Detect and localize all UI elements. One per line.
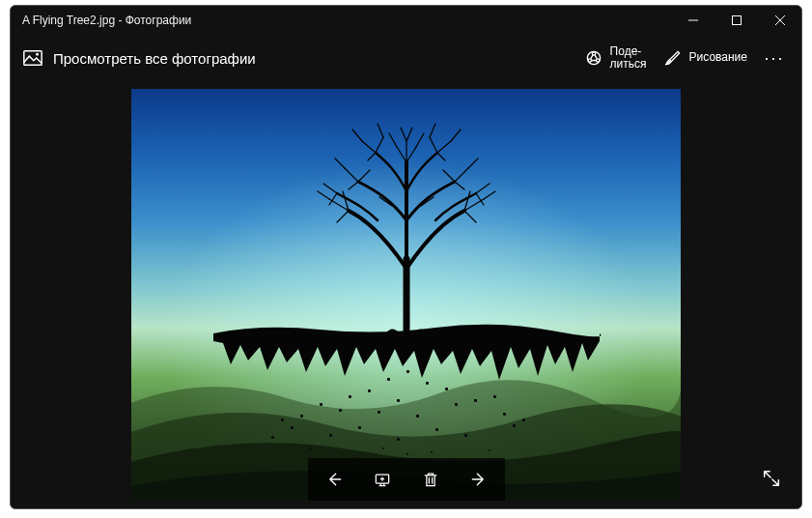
window-title: A Flying Tree2.jpg - Фотографии xyxy=(11,14,191,27)
more-icon: ··· xyxy=(764,48,784,69)
toolbar: Просмотреть все фотографии Поде- литься xyxy=(11,35,801,81)
fullscreen-icon xyxy=(761,468,782,489)
svg-point-5 xyxy=(588,59,591,62)
previous-button[interactable] xyxy=(310,458,358,501)
titlebar: A Flying Tree2.jpg - Фотографии xyxy=(11,6,801,35)
svg-point-6 xyxy=(596,59,599,62)
svg-rect-1 xyxy=(24,51,42,66)
arrow-right-icon xyxy=(469,470,489,489)
draw-icon xyxy=(662,48,684,68)
image-viewport[interactable] xyxy=(131,89,681,501)
collection-button[interactable] xyxy=(358,458,406,501)
more-button[interactable]: ··· xyxy=(755,35,794,81)
maximize-button[interactable] xyxy=(714,6,758,35)
share-label: Поде- литься xyxy=(610,45,647,71)
photos-app-icon[interactable] xyxy=(14,35,51,81)
svg-point-2 xyxy=(36,53,39,56)
maximize-icon xyxy=(732,15,742,25)
svg-rect-0 xyxy=(732,16,741,25)
draw-label: Рисование xyxy=(689,51,747,64)
trash-icon xyxy=(421,470,440,489)
collection-icon xyxy=(373,470,392,489)
minimize-icon xyxy=(688,15,698,25)
fullscreen-button[interactable] xyxy=(755,462,788,495)
share-button[interactable]: Поде- литься xyxy=(575,35,655,81)
delete-button[interactable] xyxy=(406,458,455,501)
bottom-control-bar xyxy=(308,458,505,501)
next-button[interactable] xyxy=(455,458,503,501)
view-all-photos-link[interactable]: Просмотреть все фотографии xyxy=(51,50,256,67)
image-tree xyxy=(262,114,551,346)
arrow-left-icon xyxy=(324,470,344,489)
draw-button[interactable]: Рисование xyxy=(655,35,755,81)
share-icon xyxy=(583,48,604,68)
minimize-button[interactable] xyxy=(671,6,714,35)
close-icon xyxy=(775,15,785,25)
close-button[interactable] xyxy=(758,6,801,35)
photos-icon xyxy=(22,47,43,69)
app-window: A Flying Tree2.jpg - Фотографии Просмотр… xyxy=(10,5,802,509)
content-area xyxy=(11,81,801,508)
